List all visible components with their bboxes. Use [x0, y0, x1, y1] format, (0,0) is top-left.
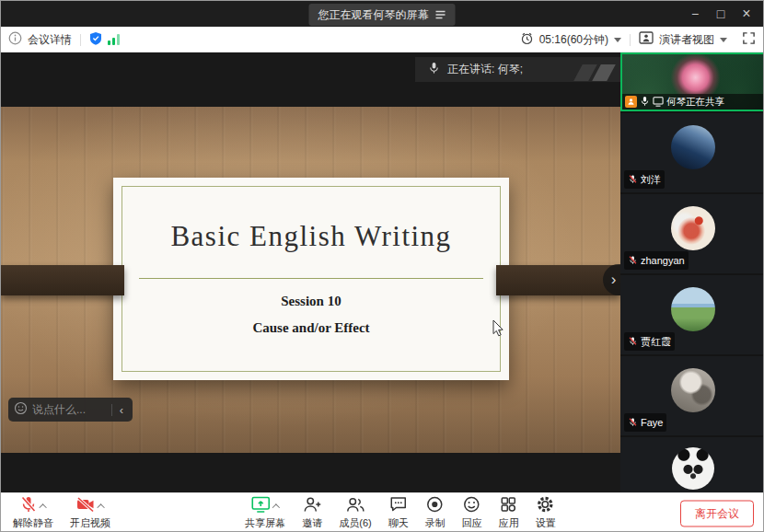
- maximize-button[interactable]: □: [708, 1, 734, 27]
- reaction-smiley-icon: [463, 495, 481, 517]
- apps-grid-icon: [500, 495, 518, 517]
- mic-on-icon: [640, 94, 650, 110]
- participant-name: 何琴正在共享: [666, 96, 724, 109]
- record-label: 录制: [425, 516, 446, 530]
- settings-button[interactable]: 设置: [527, 493, 564, 532]
- sharing-label: 何琴正在共享: [622, 94, 763, 110]
- settings-gear-icon: [537, 495, 555, 517]
- mic-muted-icon: [628, 171, 638, 188]
- view-mode-dropdown-icon[interactable]: [720, 38, 727, 42]
- avatar: [672, 447, 714, 490]
- unmute-label: 解除静音: [13, 516, 53, 530]
- participant-tile[interactable]: 贾红霞: [620, 275, 764, 354]
- network-signal-icon[interactable]: [108, 34, 120, 45]
- titlebar: 您正在观看何琴的屏幕 − □ ×: [1, 1, 763, 27]
- participant-name: 贾红霞: [641, 335, 671, 349]
- participant-tile[interactable]: [620, 437, 764, 492]
- chat-placeholder: 说点什么...: [32, 402, 108, 418]
- separator: [80, 34, 81, 46]
- invite-label: 邀请: [302, 516, 322, 530]
- bottom-toolbar: 解除静音 开启视频 共享屏幕: [1, 492, 763, 532]
- participant-tile[interactable]: Faye: [620, 356, 764, 435]
- slide-ribbon-left: [1, 265, 124, 295]
- speaking-status-text: 正在讲话: 何琴;: [447, 62, 523, 77]
- quick-chat-input[interactable]: 说点什么... ‹: [8, 398, 133, 422]
- participant-label: 贾红霞: [624, 332, 675, 351]
- participant-tile[interactable]: zhangyan: [620, 194, 764, 273]
- speaker-view-icon: [639, 31, 654, 48]
- mic-muted-icon: [628, 333, 638, 350]
- screen-share-icon: [653, 94, 664, 110]
- meeting-window: 您正在观看何琴的屏幕 − □ × 会议详情 05: [0, 0, 764, 532]
- participant-label: 刘洋: [624, 170, 665, 189]
- chat-bubble-icon: [388, 495, 408, 517]
- start-video-button[interactable]: 开启视频: [62, 493, 119, 532]
- meeting-timer: 05:16(60分钟): [539, 32, 608, 48]
- chat-collapse-icon[interactable]: ‹: [116, 403, 127, 417]
- mic-muted-red-icon: [19, 495, 38, 517]
- speaking-mic-icon: [428, 62, 440, 78]
- unmute-button[interactable]: 解除静音: [5, 493, 62, 532]
- chat-label: 聊天: [388, 516, 409, 530]
- mic-muted-icon: [628, 414, 638, 431]
- timer-icon: [520, 31, 534, 49]
- share-screen-button[interactable]: 共享屏幕: [237, 493, 294, 532]
- slide-ribbon-right: [496, 265, 620, 295]
- video-options-chevron-icon[interactable]: [97, 503, 104, 511]
- start-video-label: 开启视频: [70, 516, 110, 530]
- participant-name: Faye: [641, 417, 663, 428]
- members-icon: [345, 495, 365, 517]
- slide-title: Basic English Writing: [113, 220, 509, 253]
- avatar: [671, 125, 715, 169]
- security-shield-icon[interactable]: [89, 31, 102, 49]
- separator: [630, 34, 631, 46]
- fullscreen-icon[interactable]: [742, 31, 756, 49]
- avatar: [671, 287, 715, 331]
- participant-tile-sharing[interactable]: 何琴正在共享: [620, 52, 764, 111]
- share-screen-icon: [250, 495, 271, 517]
- slide-divider-line: [139, 278, 483, 279]
- top-toolbar: 会议详情 05:16(60分钟) 演讲者视图: [1, 27, 763, 52]
- participant-tile[interactable]: 刘洋: [620, 113, 764, 192]
- presentation-slide: Basic English Writing Session 10 Cause a…: [113, 178, 509, 380]
- invite-person-icon: [302, 495, 322, 517]
- camera-off-red-icon: [75, 495, 96, 517]
- avatar: [671, 368, 715, 412]
- timer-dropdown-icon[interactable]: [614, 38, 621, 42]
- participant-name: 刘洋: [641, 173, 661, 187]
- info-icon: [8, 31, 22, 49]
- reactions-button[interactable]: 回应: [454, 493, 491, 532]
- members-button[interactable]: 成员(6): [330, 493, 379, 532]
- slide-topic: Cause and/or Effect: [113, 320, 509, 336]
- members-label: 成员(6): [339, 516, 371, 530]
- mouse-cursor: [492, 319, 504, 341]
- avatar: [671, 206, 715, 250]
- chat-button[interactable]: 聊天: [380, 493, 417, 532]
- share-screen-label: 共享屏幕: [245, 516, 285, 530]
- reactions-label: 回应: [462, 516, 482, 530]
- view-mode-selector[interactable]: 演讲者视图: [659, 32, 714, 48]
- apps-button[interactable]: 应用: [491, 493, 527, 532]
- slide-session: Session 10: [113, 294, 509, 309]
- participant-label: Faye: [624, 413, 666, 432]
- share-options-chevron-icon[interactable]: [272, 503, 280, 511]
- minimize-button[interactable]: −: [682, 1, 708, 27]
- apps-label: 应用: [499, 516, 519, 530]
- mic-muted-icon: [628, 252, 638, 269]
- participant-name: zhangyan: [641, 255, 685, 266]
- hamburger-menu-icon[interactable]: [435, 6, 446, 23]
- viewing-screen-banner[interactable]: 您正在观看何琴的屏幕: [309, 4, 456, 26]
- leave-meeting-button[interactable]: 离开会议: [680, 500, 754, 526]
- viewing-screen-title: 您正在观看何琴的屏幕: [318, 7, 429, 23]
- meeting-details-link[interactable]: 会议详情: [28, 32, 72, 48]
- record-button[interactable]: 录制: [417, 493, 454, 532]
- invite-button[interactable]: 邀请: [294, 493, 330, 532]
- sharer-badge-icon: [625, 96, 637, 108]
- shared-screen-area: 正在讲话: 何琴; Basic English Writing Session …: [1, 52, 620, 492]
- participants-sidebar: 何琴正在共享 刘洋 zhangyan: [620, 52, 764, 492]
- emoji-smiley-icon[interactable]: [14, 401, 28, 419]
- separator: [111, 404, 112, 416]
- close-button[interactable]: ×: [734, 1, 759, 27]
- mic-options-chevron-icon[interactable]: [39, 503, 46, 511]
- settings-label: 设置: [536, 516, 556, 530]
